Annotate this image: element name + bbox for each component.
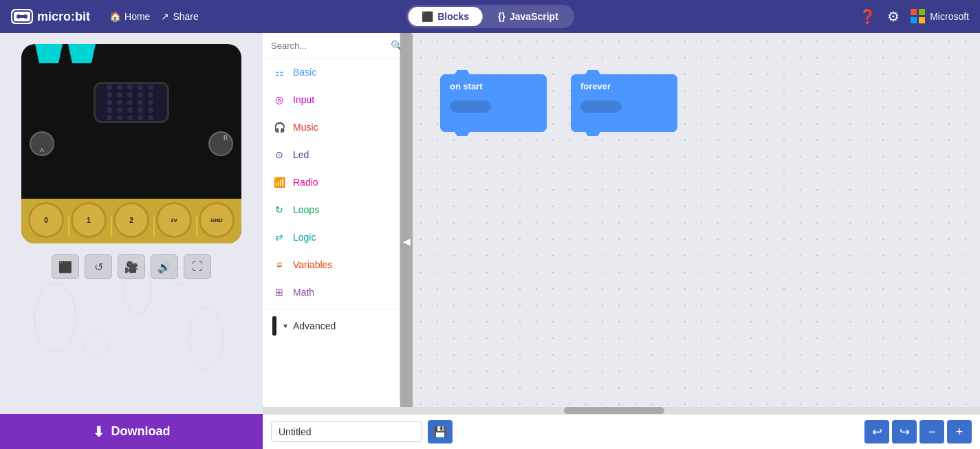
- share-nav-item[interactable]: ↗ Share: [161, 11, 198, 22]
- forever-label: forever: [580, 81, 611, 91]
- scrollbar-thumb[interactable]: [564, 407, 664, 414]
- pin-3v[interactable]: 3V: [156, 202, 192, 238]
- save-button[interactable]: 💾: [428, 420, 453, 443]
- zoom-controls: ↩ ↪ − +: [864, 420, 972, 443]
- tab-switcher: ⬛ Blocks {} JavaScript: [406, 5, 574, 28]
- redo-button[interactable]: ↪: [892, 420, 917, 443]
- radio-icon: 📶: [272, 175, 286, 189]
- logo[interactable]: micro:bit: [11, 9, 90, 24]
- music-icon: 🎧: [272, 120, 286, 134]
- category-variables[interactable]: ≡ Variables: [263, 251, 400, 278]
- svg-point-8: [171, 268, 187, 285]
- led-10: [148, 92, 153, 98]
- category-input[interactable]: ◎ Input: [263, 86, 400, 113]
- notch-2: [68, 44, 96, 63]
- category-advanced[interactable]: ▾ Advanced: [263, 309, 400, 342]
- on-start-block[interactable]: on start: [440, 74, 547, 132]
- home-nav-item[interactable]: 🏠 Home: [109, 11, 150, 22]
- undo-button[interactable]: ↩: [864, 420, 889, 443]
- led-icon: ⊙: [272, 148, 286, 162]
- svg-point-5: [124, 266, 151, 314]
- project-name-input[interactable]: [271, 421, 422, 442]
- led-17: [117, 107, 122, 113]
- basic-icon: ⚏: [272, 65, 286, 79]
- led-6: [107, 92, 112, 98]
- js-icon: {}: [498, 11, 505, 22]
- led-19: [138, 107, 143, 113]
- variables-label: Variables: [293, 259, 332, 270]
- category-loops[interactable]: ↻ Loops: [263, 196, 400, 223]
- loops-icon: ↻: [272, 203, 286, 217]
- javascript-tab[interactable]: {} JavaScript: [484, 7, 572, 26]
- share-label: Share: [173, 11, 198, 22]
- pin-0[interactable]: 0: [28, 202, 64, 238]
- blocks-tab[interactable]: ⬛ Blocks: [408, 7, 483, 26]
- svg-rect-3: [20, 15, 24, 18]
- microbit-screen: [94, 82, 169, 123]
- collapse-handle[interactable]: ◀: [400, 33, 413, 449]
- category-basic[interactable]: ⚏ Basic: [263, 58, 400, 86]
- input-label: Input: [293, 94, 314, 105]
- led-22: [117, 115, 122, 120]
- microsoft-label: Microsoft: [930, 11, 969, 22]
- category-radio[interactable]: 📶 Radio: [263, 168, 400, 196]
- svg-point-6: [189, 307, 224, 369]
- blocks-canvas[interactable]: on start forever: [413, 33, 980, 449]
- svg-point-7: [84, 333, 109, 358]
- category-math[interactable]: ⊞ Math: [263, 278, 400, 306]
- pin-2[interactable]: 2: [113, 202, 149, 238]
- notch-1: [35, 44, 63, 63]
- logic-label: Logic: [293, 232, 316, 243]
- microsoft-logo: Microsoft: [911, 9, 969, 24]
- led-23: [127, 115, 133, 120]
- tab-switcher-container: ⬛ Blocks {} JavaScript: [406, 5, 574, 28]
- help-button[interactable]: ❓: [859, 8, 876, 25]
- main-layout: A B 0 1 2 3V GND: [0, 33, 980, 449]
- category-logic[interactable]: ⇄ Logic: [263, 223, 400, 251]
- logo-text: micro:bit: [37, 10, 90, 24]
- logic-icon: ⇄: [272, 230, 286, 244]
- notch-4: [123, 44, 140, 63]
- button-b[interactable]: B: [208, 131, 233, 156]
- logo-icon: [11, 9, 33, 24]
- microbit-device: A B 0 1 2 3V GND: [21, 44, 241, 243]
- loops-label: Loops: [293, 204, 319, 215]
- notch-3: [101, 44, 118, 63]
- led-7: [117, 92, 122, 98]
- advanced-bar-icon: [272, 316, 276, 336]
- blocks-icon: ⬛: [422, 11, 433, 22]
- zoom-in-button[interactable]: +: [947, 420, 972, 443]
- zoom-out-button[interactable]: −: [919, 420, 944, 443]
- settings-button[interactable]: ⚙: [887, 8, 900, 25]
- led-18: [127, 107, 133, 113]
- share-icon: ↗: [161, 11, 169, 22]
- svg-point-4: [34, 283, 76, 352]
- header-right: ❓ ⚙ Microsoft: [859, 8, 969, 25]
- led-9: [138, 92, 143, 98]
- led-21: [107, 115, 112, 120]
- blocks-tab-label: Blocks: [437, 11, 469, 22]
- horizontal-scrollbar[interactable]: [263, 407, 980, 414]
- category-led[interactable]: ⊙ Led: [263, 141, 400, 168]
- download-button[interactable]: ⬇ Download: [0, 414, 263, 449]
- home-icon: 🏠: [109, 11, 121, 22]
- simulator-panel: A B 0 1 2 3V GND: [0, 33, 263, 449]
- toolbox-categories: ⚏ Basic ◎ Input 🎧 Music ⊙ Led 📶 Radio: [263, 58, 400, 449]
- bottom-bar: 💾 ↩ ↪ − +: [263, 414, 980, 449]
- toolbox-panel: 🔍 ⚏ Basic ◎ Input 🎧 Music ⊙ Led: [263, 33, 400, 449]
- button-a[interactable]: A: [30, 131, 54, 156]
- led-20: [148, 107, 153, 113]
- home-label: Home: [124, 11, 150, 22]
- forever-block[interactable]: forever: [571, 74, 677, 132]
- search-input[interactable]: [271, 41, 386, 51]
- led-grid: [107, 85, 156, 120]
- variables-icon: ≡: [272, 258, 286, 272]
- led-4: [138, 85, 143, 90]
- led-3: [127, 85, 133, 90]
- led-12: [117, 100, 122, 105]
- pin-gnd[interactable]: GND: [199, 202, 235, 238]
- category-music[interactable]: 🎧 Music: [263, 113, 400, 141]
- pin-1[interactable]: 1: [71, 202, 107, 238]
- background-decoration: [0, 235, 248, 373]
- led-11: [107, 100, 112, 105]
